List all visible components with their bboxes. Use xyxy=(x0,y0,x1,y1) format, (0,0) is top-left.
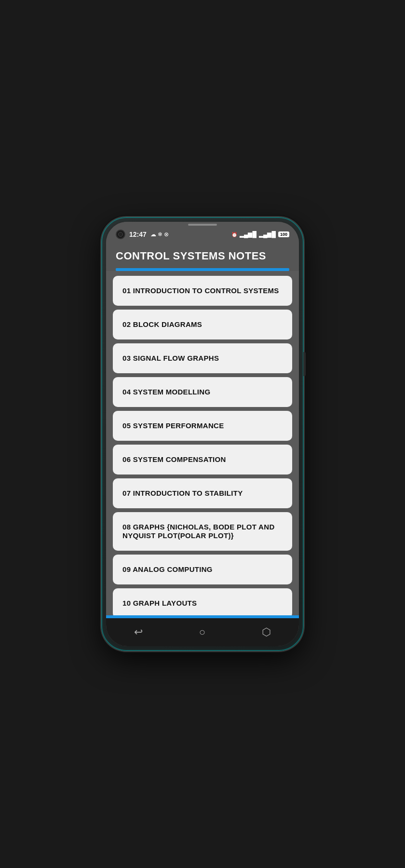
nav-home-icon[interactable]: ○ xyxy=(199,626,205,638)
status-left: 12:47 ☁ ❄ ⊗ xyxy=(116,230,169,239)
notes-list[interactable]: 01 INTRODUCTION TO CONTROL SYSTEMS02 BLO… xyxy=(106,271,299,615)
list-item[interactable]: 09 ANALOG COMPUTING xyxy=(113,555,292,584)
list-item[interactable]: 03 SIGNAL FLOW GRAPHS xyxy=(113,343,292,373)
list-item[interactable]: 04 SYSTEM MODELLING xyxy=(113,377,292,407)
alarm-icon: ⏰ xyxy=(231,232,237,237)
app-header: CONTROL SYSTEMS NOTES xyxy=(106,242,299,271)
navigation-bar: ↩ ○ ⬡ xyxy=(106,618,299,646)
signal-bars-1: ▂▄▆█ xyxy=(240,231,256,238)
list-item[interactable]: 05 SYSTEM PERFORMANCE xyxy=(113,411,292,441)
app-title: CONTROL SYSTEMS NOTES xyxy=(116,250,289,268)
list-item[interactable]: 06 SYSTEM COMPENSATION xyxy=(113,445,292,475)
app-content: CONTROL SYSTEMS NOTES 01 INTRODUCTION TO… xyxy=(106,242,299,618)
phone-frame: 12:47 ☁ ❄ ⊗ ⏰ ▂▄▆█ ▂▄▆█ 100 CONTROL SYST… xyxy=(101,217,304,651)
list-item-label: 10 GRAPH LAYOUTS xyxy=(122,599,197,607)
list-item[interactable]: 01 INTRODUCTION TO CONTROL SYSTEMS xyxy=(113,276,292,306)
notch-area xyxy=(106,222,299,226)
list-item[interactable]: 10 GRAPH LAYOUTS xyxy=(113,588,292,615)
signal-bars-2: ▂▄▆█ xyxy=(259,231,276,238)
list-item-label: 04 SYSTEM MODELLING xyxy=(122,388,210,396)
status-time: 12:47 xyxy=(129,231,147,238)
list-item-label: 02 BLOCK DIAGRAMS xyxy=(122,320,202,328)
list-item-label: 05 SYSTEM PERFORMANCE xyxy=(122,421,224,430)
list-item-label: 03 SIGNAL FLOW GRAPHS xyxy=(122,354,219,362)
list-item[interactable]: 02 BLOCK DIAGRAMS xyxy=(113,310,292,339)
nav-back-icon[interactable]: ↩ xyxy=(134,626,143,638)
battery-indicator: 100 xyxy=(278,231,289,237)
nav-recent-icon[interactable]: ⬡ xyxy=(262,626,271,638)
status-bar: 12:47 ☁ ❄ ⊗ ⏰ ▂▄▆█ ▂▄▆█ 100 xyxy=(106,226,299,242)
side-button xyxy=(303,352,306,376)
list-item-label: 06 SYSTEM COMPENSATION xyxy=(122,455,226,463)
front-camera xyxy=(116,230,125,239)
status-icons: ☁ ❄ ⊗ xyxy=(150,231,169,238)
list-item-label: 01 INTRODUCTION TO CONTROL SYSTEMS xyxy=(122,286,279,295)
status-right: ⏰ ▂▄▆█ ▂▄▆█ 100 xyxy=(231,231,289,238)
list-item-label: 09 ANALOG COMPUTING xyxy=(122,565,213,573)
list-item-label: 08 GRAPHS {NICHOLAS, BODE PLOT AND NYQUI… xyxy=(122,523,275,540)
list-item-label: 07 INTRODUCTION TO STABILITY xyxy=(122,489,243,497)
phone-screen: 12:47 ☁ ❄ ⊗ ⏰ ▂▄▆█ ▂▄▆█ 100 CONTROL SYST… xyxy=(106,222,299,646)
list-item[interactable]: 07 INTRODUCTION TO STABILITY xyxy=(113,478,292,508)
list-item[interactable]: 08 GRAPHS {NICHOLAS, BODE PLOT AND NYQUI… xyxy=(113,512,292,551)
